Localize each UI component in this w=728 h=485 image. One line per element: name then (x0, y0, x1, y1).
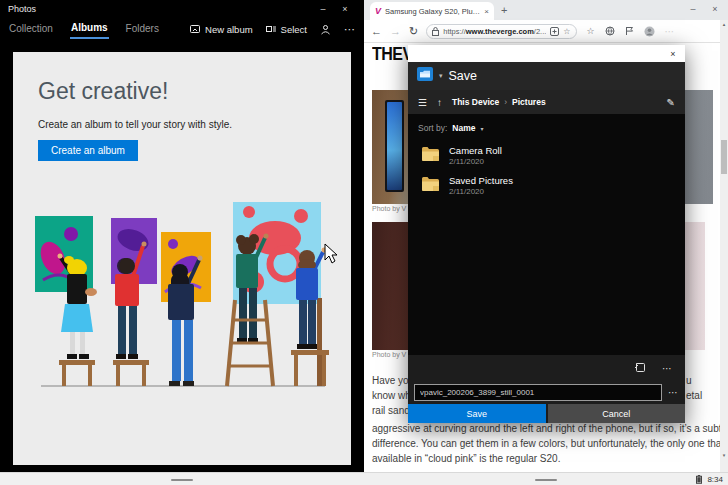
article-line-2: know wh (372, 390, 411, 401)
person-icon (320, 24, 331, 35)
select-label: Select (281, 24, 307, 35)
address-bar[interactable]: https://www.theverge.com/2... ☆ (426, 24, 576, 39)
taskbar-gesture-handle-right[interactable] (535, 479, 557, 481)
article-line-3: rail sand (372, 405, 410, 416)
folder-name: Saved Pictures (449, 175, 513, 186)
reload-button[interactable]: ↻ (409, 25, 418, 38)
file-explorer-icon (417, 67, 433, 85)
sort-by-control[interactable]: Sort by: Name ▾ (408, 120, 685, 141)
article-line-6: available in “cloud pink” is the regular… (372, 453, 560, 464)
breadcrumb-separator: › (504, 97, 507, 107)
sort-by-label: Sort by: (418, 123, 447, 133)
phone-in-photo (385, 100, 404, 192)
clock[interactable]: 8:34 (707, 475, 723, 484)
article-line-5: difference. You can get them in a few co… (372, 438, 720, 449)
save-dialog-navrow: ☰ ↑ This Device › Pictures ✎ (408, 90, 685, 114)
sort-by-value: Name (452, 123, 475, 133)
verge-favicon: V (375, 6, 381, 16)
feedback-flag-icon[interactable] (625, 26, 634, 36)
scroll-down-icon[interactable]: ▾ (720, 452, 728, 458)
edge-toolbar: ← → ↻ https://www.theverge.com/2... ☆ ☆ … (364, 20, 728, 43)
painters-illustration (13, 180, 351, 420)
folder-row-camera-roll[interactable]: Camera Roll2/11/2020 (408, 141, 685, 171)
favorites-bar-icon[interactable]: ☆ (587, 26, 595, 36)
save-dialog-buttons: Save Cancel (408, 404, 685, 423)
tab-folders[interactable]: Folders (125, 20, 160, 38)
photos-minimize-button[interactable]: – (312, 4, 334, 14)
empty-state-subtext: Create an album to tell your story with … (38, 119, 351, 130)
breadcrumb: This Device › Pictures (452, 97, 546, 107)
save-dialog-title: Save (449, 69, 478, 83)
lock-icon (432, 22, 439, 40)
profile-avatar[interactable] (644, 26, 655, 37)
breadcrumb-current[interactable]: Pictures (512, 97, 546, 107)
filename-row: ⋯ (408, 381, 685, 404)
create-album-button[interactable]: Create an album (38, 140, 138, 161)
scroll-up-icon[interactable]: ▴ (720, 21, 728, 27)
add-favorite-star-icon[interactable]: ☆ (563, 27, 570, 36)
sort-chevron-icon: ▾ (480, 125, 483, 132)
new-album-button[interactable]: New album (190, 24, 253, 35)
save-button[interactable]: Save (408, 404, 546, 423)
tab-albums[interactable]: Albums (70, 19, 109, 39)
save-dialog-close-button[interactable]: × (661, 49, 685, 59)
reader-icon[interactable] (550, 22, 559, 40)
photos-more-button[interactable]: ⋯ (344, 23, 356, 36)
folder-icon (422, 177, 439, 195)
save-dialog-header: ▾ Save (408, 62, 685, 90)
back-button[interactable]: ← (371, 25, 382, 37)
system-tray[interactable]: 8:34 (696, 473, 723, 485)
save-dialog-titlebar[interactable]: × (408, 45, 685, 62)
photo-credit-2: Photo by V (372, 351, 406, 358)
collections-icon[interactable] (605, 26, 615, 36)
chevron-down-icon[interactable]: ▾ (439, 72, 443, 80)
edit-path-pencil-icon[interactable]: ✎ (667, 97, 675, 108)
folder-row-saved-pictures[interactable]: Saved Pictures2/11/2020 (408, 171, 685, 201)
up-directory-icon[interactable]: ↑ (437, 97, 442, 108)
article-line-1-right: u (686, 375, 692, 386)
folder-name: Camera Roll (449, 145, 502, 156)
photos-app-window: Photos – × Collection Albums Folders New… (0, 0, 364, 472)
photos-close-button[interactable]: × (334, 4, 356, 14)
photos-titlebar[interactable]: Photos – × (0, 0, 364, 17)
save-dialog-actions: ⋯ (408, 355, 685, 381)
page-scrollbar[interactable]: ▴ ▾ (720, 20, 728, 472)
scrollbar-thumb[interactable] (721, 140, 727, 174)
sign-in-button[interactable] (320, 24, 331, 35)
tab-title: Samsung Galaxy S20, Plus, and Ultra (385, 7, 480, 16)
new-folder-icon[interactable] (634, 359, 646, 377)
photo-credit-1: Photo by V (372, 205, 406, 212)
edge-tabstrip: V Samsung Galaxy S20, Plus, and Ultra × … (364, 0, 728, 20)
select-button[interactable]: Select (266, 24, 307, 35)
select-icon (266, 24, 276, 34)
tab-close-icon[interactable]: × (484, 7, 489, 16)
url-text: https://www.theverge.com/2... (443, 27, 546, 36)
photos-empty-state: Get creative! Create an album to tell yo… (13, 52, 351, 465)
article-line-2-right: etal (686, 390, 702, 401)
folder-date: 2/11/2020 (449, 157, 502, 166)
tab-collection[interactable]: Collection (8, 20, 54, 38)
cancel-button[interactable]: Cancel (548, 404, 686, 423)
new-tab-button[interactable]: + (501, 4, 507, 16)
browser-tab[interactable]: V Samsung Galaxy S20, Plus, and Ultra × (370, 2, 494, 20)
edge-close-button[interactable]: × (704, 0, 726, 18)
breadcrumb-root[interactable]: This Device (452, 97, 499, 107)
taskbar-gesture-handle-left[interactable] (171, 479, 193, 481)
empty-state-heading: Get creative! (38, 78, 351, 105)
photos-nav: Collection Albums Folders New album Sele… (0, 17, 364, 41)
dialog-more-button[interactable]: ⋯ (662, 363, 673, 374)
battery-icon (696, 470, 702, 485)
save-dialog-body: Sort by: Name ▾ Camera Roll2/11/2020 Sav… (408, 114, 685, 355)
article-line-4: aggressive at curving around the left an… (372, 423, 720, 434)
save-dialog: × ▾ Save ☰ ↑ This Device › Pictures ✎ So… (408, 45, 685, 423)
desktop: Photos – × Collection Albums Folders New… (0, 0, 728, 485)
edge-settings-button[interactable]: ⋯ (665, 26, 676, 37)
new-album-icon (190, 24, 200, 34)
filename-input[interactable] (414, 384, 662, 401)
forward-button[interactable]: → (390, 25, 401, 37)
folder-date: 2/11/2020 (449, 187, 513, 196)
menu-burger-icon[interactable]: ☰ (418, 97, 427, 108)
mouse-cursor (325, 244, 337, 263)
filename-more-button[interactable]: ⋯ (668, 387, 679, 398)
edge-minimize-button[interactable]: – (682, 0, 704, 18)
